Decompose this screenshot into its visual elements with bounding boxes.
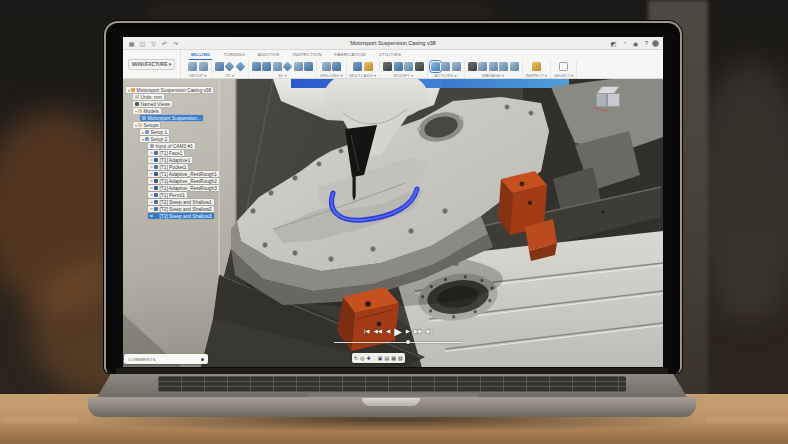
browser-item[interactable]: [T1] Adaptive1 <box>148 157 219 163</box>
browser-item[interactable]: [T2] Steep and Shallow3 <box>148 213 219 219</box>
templates-icon[interactable] <box>499 62 508 71</box>
stock-icon[interactable] <box>199 62 208 71</box>
laptop-keyboard-deck <box>96 374 688 399</box>
tab-milling[interactable]: MILLING <box>189 52 212 60</box>
data-panel-icon[interactable]: ▦ <box>127 39 136 48</box>
next-operation-button[interactable]: ▶▶ <box>414 329 422 335</box>
zoom-icon[interactable]: ◌ <box>373 356 376 361</box>
step-forward-button[interactable]: ▶ <box>406 329 410 335</box>
profile-avatar[interactable] <box>652 40 659 47</box>
save-icon[interactable]: ▽ <box>149 39 158 48</box>
scallop-icon[interactable] <box>283 62 293 72</box>
group-setup: SETUP ▾ <box>185 60 212 79</box>
parallel-icon[interactable] <box>273 62 282 71</box>
browser-item[interactable]: ▸Setup 1 <box>140 129 219 135</box>
browser-item[interactable]: Input of CAM3 #1 <box>148 143 219 149</box>
document-title: Motorsport Suspension Casing v38 <box>123 40 663 46</box>
generate-icon[interactable] <box>468 62 477 71</box>
adaptive-clearing-icon[interactable] <box>252 62 261 71</box>
look-at-icon[interactable]: ◎ <box>360 356 364 361</box>
previous-operation-button[interactable]: ◀◀ <box>373 329 381 335</box>
setup-sheet-icon[interactable] <box>452 62 461 71</box>
job-status-icon[interactable]: ◔ <box>620 39 629 48</box>
browser-item[interactable]: ▾Setups <box>133 122 219 128</box>
laptop-keyboard <box>158 376 626 392</box>
tool-library-icon[interactable] <box>383 62 392 71</box>
edit-icon[interactable] <box>415 62 424 71</box>
machine-library-icon[interactable] <box>478 62 487 71</box>
tab-additive[interactable]: ADDITIVE <box>256 52 282 60</box>
pocket-clearing-icon[interactable] <box>262 62 271 71</box>
browser-item[interactable]: [T2] Steep and Shallow1 <box>148 199 219 205</box>
simulate-icon[interactable] <box>431 62 440 71</box>
browser-item[interactable]: Units: mm <box>133 94 219 100</box>
2d-pocket-icon[interactable] <box>225 62 235 72</box>
skip-to-start-button[interactable]: |◀ <box>364 329 370 335</box>
browser-item[interactable]: ▾Motorsport Suspension Casing v38 <box>126 87 219 93</box>
playback-timeline-slider[interactable] <box>334 340 462 344</box>
playback-progress-dot[interactable] <box>406 340 410 344</box>
view-cube[interactable] <box>595 85 623 113</box>
axis-indicator <box>595 107 607 112</box>
play-button[interactable]: ▶ <box>394 327 402 337</box>
extensions-icon[interactable]: ◩ <box>609 39 618 48</box>
browser-item[interactable]: Named Views <box>133 101 219 107</box>
2d-contour-icon[interactable] <box>235 62 245 72</box>
workspace-selector[interactable]: MANUFACTURE ▾ <box>123 50 181 78</box>
tab-turning[interactable]: TURNING <box>221 52 246 60</box>
playback-track <box>334 342 462 343</box>
contour-icon[interactable] <box>294 62 303 71</box>
undo-icon[interactable]: ↶ <box>160 39 169 48</box>
tab-inspection[interactable]: INSPECTION <box>291 52 324 60</box>
drill-icon[interactable] <box>322 62 331 71</box>
view-cube-left-face[interactable] <box>596 93 607 107</box>
browser-item[interactable]: ▾Setup 2 <box>140 136 219 142</box>
swarf-icon[interactable] <box>353 62 362 71</box>
browser-item[interactable]: [T2] Steep and Shallow2 <box>148 206 219 212</box>
browser-item[interactable]: [T1] Adaptive_RestRough1 <box>148 171 219 177</box>
file-menu-icon[interactable]: ◫ <box>138 39 147 48</box>
pan-icon[interactable]: ✚ <box>367 356 371 361</box>
fit-icon[interactable]: ▣ <box>378 356 383 361</box>
notifications-icon[interactable]: ◉ <box>631 39 640 48</box>
skip-to-end-button[interactable]: ▶| <box>427 329 433 335</box>
browser-item[interactable]: [T1] Face1 <box>148 150 219 156</box>
laptop-screen: ▦ ◫ ▽ ↶ ↷ Motorsport Suspension Casing v… <box>123 37 663 367</box>
delete-toolpath-icon[interactable] <box>394 62 403 71</box>
browser-item[interactable]: Motorsport Suspension... <box>140 115 219 121</box>
step-back-button[interactable]: ◀ <box>386 329 390 335</box>
post-process-icon[interactable] <box>441 62 450 71</box>
new-setup-icon[interactable] <box>188 62 197 71</box>
orbit-icon[interactable]: ↻ <box>354 356 358 361</box>
laptop-shadow <box>78 415 706 431</box>
group-inspect: INSPECT ▾ <box>523 60 551 79</box>
task-manager-icon[interactable] <box>489 62 498 71</box>
fixture-icon[interactable] <box>404 62 413 71</box>
bore-icon[interactable] <box>332 62 341 71</box>
browser-item[interactable]: ▾Models <box>133 108 219 114</box>
multiaxis-contour-icon[interactable] <box>364 62 373 71</box>
grid-settings-icon[interactable]: ▦ <box>391 356 396 361</box>
redo-icon[interactable]: ↷ <box>171 39 180 48</box>
browser-item[interactable]: [T1] Adaptive_RestRough2 <box>148 178 219 184</box>
ramp-icon[interactable] <box>304 62 313 71</box>
tab-utilities[interactable]: UTILITIES <box>377 52 403 60</box>
browser-item[interactable]: [T1] Pocket1 <box>148 164 219 170</box>
group-2d-label: 2D ▾ <box>225 73 234 78</box>
measure-icon[interactable] <box>532 62 541 71</box>
view-cube-right-face[interactable] <box>607 93 620 107</box>
browser-item[interactable]: [T1] Pencil1 <box>148 192 219 198</box>
2d-adaptive-icon[interactable] <box>215 62 224 71</box>
tab-fabrication[interactable]: FABRICATION <box>333 52 368 60</box>
compare-icon[interactable] <box>510 62 519 71</box>
3d-viewport[interactable]: ▾Motorsport Suspension Casing v38 Units:… <box>123 79 663 367</box>
group-2d: 2D ▾ <box>212 60 249 79</box>
comments-bar[interactable]: COMMENTS <box>124 354 208 364</box>
window-select-icon[interactable] <box>559 62 568 71</box>
viewports-icon[interactable]: ▧ <box>398 356 403 361</box>
display-settings-icon[interactable]: ▤ <box>385 356 390 361</box>
group-multiaxis: MULTI-AXIS ▾ <box>347 60 380 79</box>
browser-item[interactable]: [T1] Adaptive_RestRough3 <box>148 185 219 191</box>
comments-expand-icon[interactable] <box>201 358 204 361</box>
help-icon[interactable]: ? <box>642 39 651 48</box>
